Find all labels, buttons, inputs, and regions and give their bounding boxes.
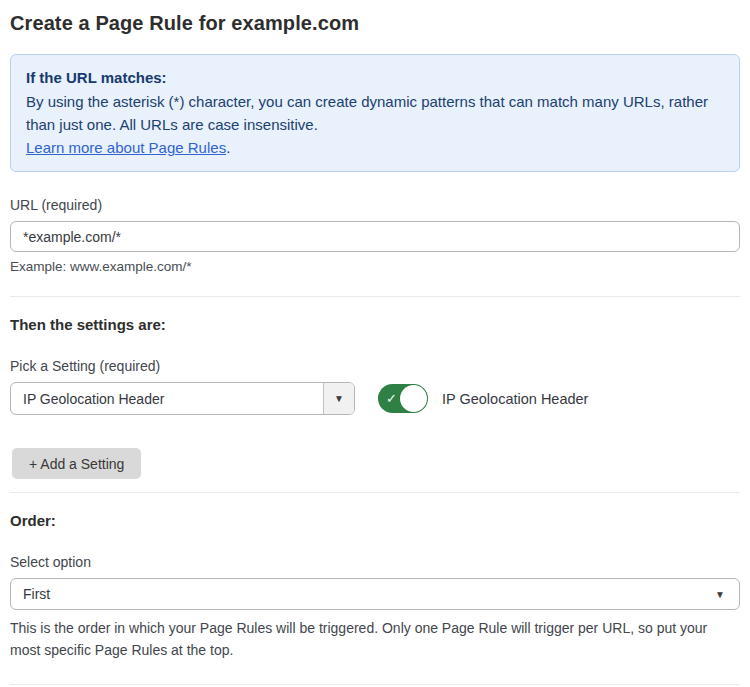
info-box-heading: If the URL matches: <box>26 66 724 89</box>
select-option-label: Select option <box>10 554 740 570</box>
order-select-value: First <box>23 586 50 602</box>
link-suffix: . <box>226 139 230 156</box>
order-select[interactable]: First ▼ <box>10 578 740 610</box>
info-box-body: By using the asterisk (*) character, you… <box>26 90 716 136</box>
info-box-link-line: Learn more about Page Rules. <box>26 136 724 159</box>
chevron-down-icon: ▼ <box>334 393 344 404</box>
divider <box>10 684 740 685</box>
pick-setting-label: Pick a Setting (required) <box>10 358 740 374</box>
ip-geolocation-toggle[interactable]: ✓ <box>378 384 428 413</box>
create-page-rule-form: Create a Page Rule for example.com If th… <box>0 0 750 687</box>
setting-row: IP Geolocation Header ▼ ✓ IP Geolocation… <box>10 382 740 415</box>
add-setting-button[interactable]: + Add a Setting <box>12 448 141 479</box>
order-helper-text: This is the order in which your Page Rul… <box>10 617 730 661</box>
url-input[interactable] <box>10 221 740 252</box>
url-matches-info-box: If the URL matches: By using the asteris… <box>10 54 740 172</box>
divider <box>10 296 740 297</box>
toggle-label: IP Geolocation Header <box>442 391 588 407</box>
order-section-heading: Order: <box>10 512 740 529</box>
url-example-helper: Example: www.example.com/* <box>10 259 740 274</box>
settings-section-heading: Then the settings are: <box>10 316 740 333</box>
setting-select-value: IP Geolocation Header <box>11 383 323 414</box>
toggle-knob <box>400 385 427 412</box>
page-title: Create a Page Rule for example.com <box>10 12 740 35</box>
setting-select-button[interactable]: ▼ <box>323 383 354 414</box>
info-box-body-text: By using the asterisk (*) character, you… <box>26 93 708 133</box>
divider <box>10 492 740 493</box>
url-field-label: URL (required) <box>10 197 740 213</box>
check-icon: ✓ <box>386 392 397 405</box>
ip-geolocation-toggle-group: ✓ IP Geolocation Header <box>378 384 588 413</box>
learn-more-page-rules-link[interactable]: Learn more about Page Rules <box>26 139 226 156</box>
chevron-down-icon: ▼ <box>715 589 725 600</box>
setting-select[interactable]: IP Geolocation Header ▼ <box>10 382 355 415</box>
